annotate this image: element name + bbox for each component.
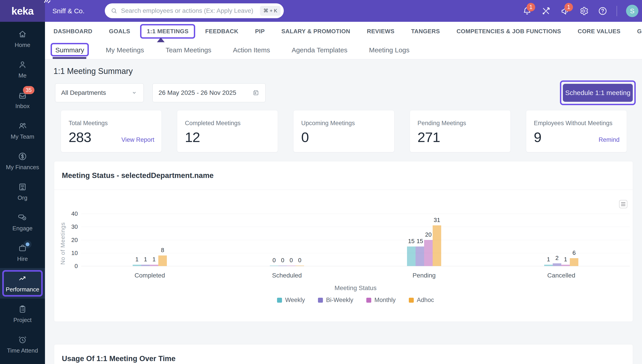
announcements-icon[interactable]: 1 [560,6,570,16]
bar-groups: 11180000151520311216 [81,214,630,266]
subtab-meeting-logs[interactable]: Meeting Logs [369,46,410,54]
sidebar-item-label: My Team [11,133,35,140]
sidebar-item-engage[interactable]: Engage [0,207,45,238]
help-icon[interactable] [598,6,607,16]
notifications-bell-icon[interactable]: 1 [522,6,532,16]
nav-tab-competencies-job-functions[interactable]: COMPETENCIES & JOB FUNCTIONS [457,28,561,35]
notifications-badge: 1 [527,3,535,12]
sidebar-item-label: Engage [12,225,33,232]
announcements-badge: 1 [564,3,573,12]
sidebar-item-me[interactable]: Me [0,54,45,85]
remind-link[interactable]: Remind [599,136,619,143]
sidebar-item-home[interactable]: Home [0,24,45,54]
bar-monthly-completed [150,265,158,266]
bar-adhoc-cancelled [570,258,578,266]
metric-card-total-meetings: Total Meetings283View Report [61,110,162,152]
bar-slot: 0 [295,214,304,266]
sidebar-item-my-team[interactable]: My Team [0,115,45,146]
search-input[interactable] [121,7,260,14]
subtab-action-items[interactable]: Action Items [233,46,270,54]
nav-tab-core-values[interactable]: CORE VALUES [578,28,620,35]
sidebar-item-org[interactable]: Org [0,176,45,207]
legend-label: Weekly [285,296,305,304]
sidebar-item-my-finances[interactable]: My Finances [0,146,45,176]
legend-item-monthly[interactable]: Monthly [366,296,396,304]
keka-logo[interactable]: keka [0,0,45,22]
sidebar-item-project[interactable]: Project [0,298,45,329]
nav-tab-dashboard[interactable]: DASHBOARD [54,28,92,35]
hire-notification-dot [26,242,30,246]
nav-tab-goals[interactable]: GOALS [109,28,130,35]
active-tab-underline [53,57,86,59]
global-search[interactable]: ⌘ + K [105,3,284,18]
nav-tab-tangers[interactable]: TANGERS [411,28,440,35]
bar-slot: 1 [150,214,158,266]
settings-gear-icon[interactable] [579,6,589,16]
subtab-team-meetings[interactable]: Team Meetings [165,46,211,54]
topbar-actions: 1 1 S [522,0,638,22]
subtab-agenda-templates[interactable]: Agenda Templates [292,46,348,54]
bar-adhoc-pending [433,225,441,266]
metric-card-value: 12 [185,130,200,144]
sidebar-item-performance[interactable]: Performance [0,268,45,298]
metric-card-value: 0 [301,130,308,144]
sidebar-item-label: Org [18,194,27,201]
subtab-summary[interactable]: Summary [55,46,84,54]
summary-cards: Total Meetings283View ReportCompleted Me… [61,110,627,152]
y-tick-10: 10 [62,250,78,256]
view-report-link[interactable]: View Report [121,136,154,143]
x-axis-label: Meeting Status [81,284,630,292]
sidebar-item-time-attend[interactable]: Time Attend [0,329,45,360]
inbox-count-badge: 35 [23,86,35,94]
nav-tab-pip[interactable]: PIP [255,28,265,35]
legend-item-weekly[interactable]: Weekly [277,296,305,304]
bar-weekly-pending [407,246,416,266]
bar-weekly-completed [133,265,141,266]
nav-tab-1-1-meetings[interactable]: 1:1 MEETINGS [147,28,188,35]
schedule-1-1-meeting-button[interactable]: Schedule 1:1 meeting [563,84,633,102]
sidebar-item-hire[interactable]: Hire [0,238,45,268]
category-label-cancelled: Cancelled [493,272,630,279]
nav-tab-salary-promotion[interactable]: SALARY & PROMOTION [281,28,350,35]
subtab-my-meetings[interactable]: My Meetings [106,46,144,54]
chart-menu-icon[interactable] [619,200,627,208]
usage-over-time-title: Usage Of 1:1 Meeting Over Time [62,354,176,363]
department-filter-value: All Departments [61,89,106,96]
nav-tab-growth[interactable]: GROWTH [637,28,642,35]
nav-tab-reviews[interactable]: REVIEWS [367,28,394,35]
bar-monthly-scheduled [287,266,295,266]
sidebar-item-label: Me [19,72,27,79]
sidebar-item-label: Time Attend [7,347,38,354]
section-subnav: SummaryMy MeetingsTeam MeetingsAction It… [45,41,642,59]
date-range-picker[interactable]: 26 May 2025 - 26 Nov 2025 [152,83,265,102]
bar-slot: 6 [570,214,578,266]
metric-card-row: 283View Report [69,130,154,144]
annotation-box-1-1-meetings-tab [140,24,195,39]
annotation-box-schedule-button: Schedule 1:1 meeting [560,80,636,105]
date-range-value: 26 May 2025 - 26 Nov 2025 [159,89,236,96]
bar-group-completed: 1118 [81,214,218,266]
metric-card-label: Employees Without Meetings [534,120,619,127]
category-label-pending: Pending [356,272,493,279]
metric-card-label: Pending Meetings [418,120,503,127]
legend-swatch-bi-weekly [318,298,323,303]
x-axis-categories: CompletedScheduledPendingCancelled [81,272,630,279]
company-name: Sniff & Co. [52,0,85,22]
sidebar-item-label: Performance [6,286,39,293]
legend-item-bi-weekly[interactable]: Bi-Weekly [318,296,353,304]
nav-tab-feedback[interactable]: FEEDBACK [205,28,238,35]
user-avatar[interactable]: S [626,5,638,17]
metric-card-row: 0 [301,130,387,144]
legend-item-adhoc[interactable]: Adhoc [409,296,434,304]
sidebar-item-inbox[interactable]: 35Inbox [0,85,45,115]
topbar-divider [616,6,617,16]
bar-slot: 31 [433,214,441,266]
legend-label: Monthly [374,296,396,304]
department-filter-select[interactable]: All Departments [55,83,144,102]
tools-icon[interactable] [541,6,551,16]
bar-group-pending: 15152031 [356,214,493,266]
module-nav: DASHBOARDGOALS1:1 MEETINGSFEEDBACKPIPSAL… [45,22,642,41]
bar-bi-weekly-completed [141,265,150,266]
bar-adhoc-completed [158,256,167,266]
sidebar-menu: HomeMe35InboxMy TeamMy FinancesOrgEngage… [0,22,45,360]
